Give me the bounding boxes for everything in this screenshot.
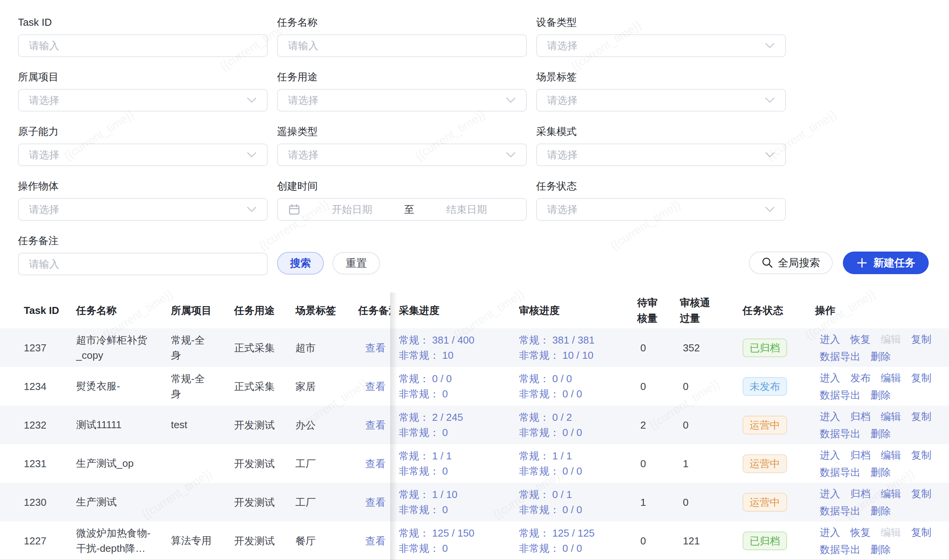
global-search-button[interactable]: 全局搜索: [749, 252, 833, 274]
cell-collect-progress: 常规： 0 / 0非常规： 0: [399, 367, 512, 406]
action-delete[interactable]: 删除: [871, 349, 891, 364]
cell-pending: 0: [637, 367, 672, 406]
global-search-label: 全局搜索: [778, 256, 820, 270]
action-edit[interactable]: 编辑: [881, 447, 901, 463]
action-copy[interactable]: 复制: [911, 331, 931, 347]
filter-label-task-purpose: 任务用途: [277, 70, 527, 83]
cell-collect-progress: 常规： 125 / 150非常规： 0: [399, 521, 512, 560]
chevron-down-icon: [765, 152, 775, 158]
action-archive[interactable]: 归档: [850, 486, 871, 502]
action-enter[interactable]: 进入: [820, 331, 840, 347]
status-badge: 运营中: [743, 493, 787, 512]
operation-object-placeholder: 请选择: [29, 203, 247, 216]
device-type-select[interactable]: 请选择: [536, 34, 786, 57]
cell-passed: 0: [680, 406, 719, 444]
view-remark-link[interactable]: 查看: [365, 379, 386, 394]
action-enter[interactable]: 进入: [820, 447, 840, 463]
action-copy[interactable]: 复制: [911, 409, 931, 424]
cell-actions: 进入 发布 编辑 复制 数据导出 删除: [815, 367, 944, 406]
action-copy[interactable]: 复制: [911, 370, 931, 386]
cell-remark: 查看: [358, 444, 390, 483]
filter-field-task-name: 任务名称 请输入: [277, 16, 527, 57]
task-remark-input[interactable]: 请输入: [18, 253, 268, 275]
task-status-select[interactable]: 请选择: [536, 198, 786, 221]
view-remark-link[interactable]: 查看: [365, 417, 386, 433]
action-export[interactable]: 数据导出: [820, 349, 860, 364]
action-export[interactable]: 数据导出: [820, 503, 860, 519]
view-remark-link[interactable]: 查看: [365, 494, 386, 510]
action-archive[interactable]: 归档: [850, 409, 871, 424]
cell-status: 运营中: [743, 444, 793, 483]
cell-collect-progress: 常规： 2 / 245非常规： 0: [399, 406, 512, 444]
header-task-status: 任务状态: [743, 292, 793, 328]
reset-button[interactable]: 重置: [332, 252, 380, 275]
status-badge: 运营中: [743, 416, 787, 434]
cell-pending: 2: [637, 406, 672, 444]
action-delete[interactable]: 删除: [871, 426, 891, 441]
filter-field-atomic-capability: 原子能力 请选择: [18, 125, 268, 166]
cell-scene: 工厂: [295, 444, 352, 483]
operation-object-select[interactable]: 请选择: [18, 198, 268, 221]
teleop-type-select[interactable]: 请选择: [277, 144, 527, 166]
view-remark-link[interactable]: 查看: [365, 340, 386, 356]
project-select[interactable]: 请选择: [18, 89, 268, 112]
header-purpose: 任务用途: [234, 292, 291, 328]
action-export[interactable]: 数据导出: [820, 464, 860, 480]
view-remark-link[interactable]: 查看: [365, 456, 386, 471]
search-button[interactable]: 搜索: [277, 252, 324, 275]
action-delete[interactable]: 删除: [871, 387, 891, 403]
cell-passed: 1: [680, 444, 719, 483]
collection-mode-select[interactable]: 请选择: [536, 144, 786, 166]
cell-purpose: 开发测试: [234, 406, 291, 444]
table-row: 1234 熨烫衣服- 常规-全身 正式采集 家居 查看 常规： 0 / 0非常规…: [0, 367, 949, 406]
filter-label-project: 所属项目: [18, 70, 268, 83]
action-export[interactable]: 数据导出: [820, 387, 860, 403]
action-delete[interactable]: 删除: [871, 464, 891, 480]
action-restore[interactable]: 恢复: [850, 331, 871, 347]
action-copy[interactable]: 复制: [911, 486, 931, 502]
create-time-range-picker[interactable]: 开始日期 至 结束日期: [277, 198, 527, 221]
cell-remark: 查看: [358, 328, 390, 367]
cell-scene: 工厂: [295, 483, 352, 521]
chevron-down-icon: [247, 152, 257, 158]
action-enter[interactable]: 进入: [820, 486, 840, 502]
cell-project: [171, 444, 215, 483]
filter-label-atomic-capability: 原子能力: [18, 125, 268, 138]
action-export[interactable]: 数据导出: [820, 426, 860, 441]
atomic-capability-select[interactable]: 请选择: [18, 144, 268, 166]
cell-actions: 进入 归档 编辑 复制 数据导出 删除: [815, 483, 944, 521]
action-enter[interactable]: 进入: [820, 409, 840, 424]
filter-label-create-time: 创建时间: [277, 179, 527, 193]
task-name-input[interactable]: 请输入: [277, 34, 527, 57]
cell-scene: 餐厅: [295, 521, 352, 560]
filter-field-device-type: 设备类型 请选择: [536, 16, 786, 57]
action-copy[interactable]: 复制: [911, 525, 931, 540]
cell-purpose: 开发测试: [234, 521, 291, 560]
action-copy[interactable]: 复制: [911, 447, 931, 463]
action-edit[interactable]: 编辑: [881, 486, 901, 502]
action-edit[interactable]: 编辑: [881, 370, 901, 386]
action-publish[interactable]: 发布: [850, 370, 871, 386]
cell-task-name: 超市冷鲜柜补货_copy: [76, 328, 156, 367]
cell-passed: 0: [680, 367, 719, 406]
cell-project: test: [171, 406, 215, 444]
action-archive[interactable]: 归档: [850, 447, 871, 463]
action-enter[interactable]: 进入: [820, 525, 840, 540]
action-enter[interactable]: 进入: [820, 370, 840, 386]
action-edit[interactable]: 编辑: [881, 409, 901, 424]
chevron-down-icon: [765, 97, 775, 103]
view-remark-link[interactable]: 查看: [365, 533, 386, 549]
collection-mode-placeholder: 请选择: [547, 148, 765, 162]
action-delete[interactable]: 删除: [871, 503, 891, 519]
scene-tag-select[interactable]: 请选择: [536, 89, 786, 112]
task-purpose-select[interactable]: 请选择: [277, 89, 527, 112]
scene-tag-placeholder: 请选择: [547, 94, 765, 107]
task-id-input[interactable]: 请输入: [18, 34, 268, 57]
cell-review-progress: 常规： 1 / 1非常规： 0 / 0: [519, 444, 630, 483]
action-export[interactable]: 数据导出: [820, 542, 860, 557]
action-delete[interactable]: 删除: [871, 542, 891, 557]
cell-task-name: 测试11111: [76, 406, 156, 444]
filter-field-task-remark: 任务备注 请输入: [18, 234, 268, 275]
new-task-button[interactable]: 新建任务: [843, 252, 929, 274]
action-restore[interactable]: 恢复: [850, 525, 871, 540]
